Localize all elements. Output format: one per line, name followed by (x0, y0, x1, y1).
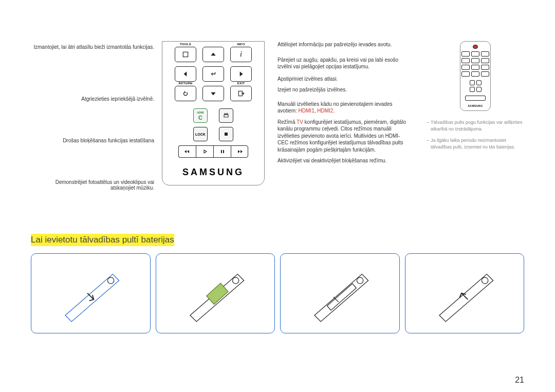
callout-exit: Izejiet no pašreizējās izvēlnes. (278, 86, 406, 94)
section-title: Lai ievietotu tālvadības pultī baterijas (31, 234, 174, 246)
info-button: INFOi (230, 47, 252, 62)
remote-diagram: TOOLS INFOi RETURN EXIT HDMIC (154, 41, 272, 203)
svg-rect-3 (225, 114, 228, 115)
step-2 (156, 253, 275, 333)
svg-rect-4 (225, 133, 228, 136)
left-callouts: Izmantojiet, lai ātri atlasītu bieži izm… (31, 41, 154, 203)
callout-media: Demonstrējiet fotoattēlus un videoklipus… (31, 179, 154, 191)
svg-point-11 (482, 277, 488, 284)
svg-rect-6 (223, 150, 224, 153)
rewind-button (178, 145, 196, 158)
svg-point-10 (357, 277, 363, 284)
page-number: 21 (515, 376, 524, 385)
callout-tools: Izmantojiet, lai ātri atlasītu bieži izm… (31, 44, 154, 50)
up-button (202, 47, 224, 62)
remote-body: TOOLS INFOi RETURN EXIT HDMIC (162, 41, 265, 185)
lock-button: LOCK (193, 127, 208, 141)
hdmi-c-button: HDMIC (193, 108, 208, 123)
svg-rect-2 (224, 115, 228, 117)
return-button: RETURN (175, 86, 196, 101)
brand-logo: SAMSUNG (182, 167, 244, 178)
svg-rect-8 (206, 284, 228, 305)
right-button (230, 66, 252, 82)
down-button (202, 86, 224, 101)
exit-button: EXIT (230, 86, 252, 101)
d-button (219, 108, 233, 123)
right-callouts: Attēlojiet informāciju par pašreizējo ie… (272, 41, 406, 203)
enter-button (202, 66, 224, 82)
playback-row (178, 145, 248, 158)
stop-button (219, 127, 233, 141)
svg-point-9 (232, 277, 238, 284)
svg-point-7 (108, 277, 114, 284)
ffwd-button (231, 145, 248, 158)
step-4 (405, 253, 525, 333)
svg-rect-5 (221, 150, 222, 153)
tools-button: TOOLS (175, 47, 196, 62)
callout-return: Atgriezieties iepriekšējā izvēlnē. (31, 96, 154, 102)
battery-steps (31, 253, 524, 333)
callout-lock: Aktivizējiet vai deaktivizējiet bloķēšan… (278, 157, 406, 164)
callout-nav: Pārejiet uz augšu, apakšu, pa kreisi vai… (278, 57, 406, 70)
callout-hdmi: Manuāli izvēlieties kādu no pievienotaji… (278, 101, 406, 115)
note-1: Tālvadības pults pogu funkcijas var atšķ… (427, 119, 524, 132)
pause-button (213, 145, 231, 158)
step-1 (31, 253, 151, 333)
callout-tv: Režīmā TV konfigurējiet iestatījumus, pi… (278, 119, 406, 154)
callout-confirm: Apstipriniet izvēlnes atlasi. (278, 76, 406, 83)
note-2: Ja ilgāku laika periodu neizmantosiet tā… (427, 137, 524, 150)
side-column: SAMSUNG Tālvadības pults pogu funkcijas … (427, 41, 524, 155)
callout-lock-setup: Drošas bloķēšanas funkcijas iestatīšana (31, 138, 154, 143)
mini-remote-illustration: SAMSUNG (460, 41, 491, 111)
callout-info: Attēlojiet informāciju par pašreizējo ie… (278, 41, 406, 48)
play-button (196, 145, 213, 158)
svg-rect-0 (183, 52, 188, 57)
step-3 (280, 253, 400, 333)
left-button (175, 66, 196, 82)
